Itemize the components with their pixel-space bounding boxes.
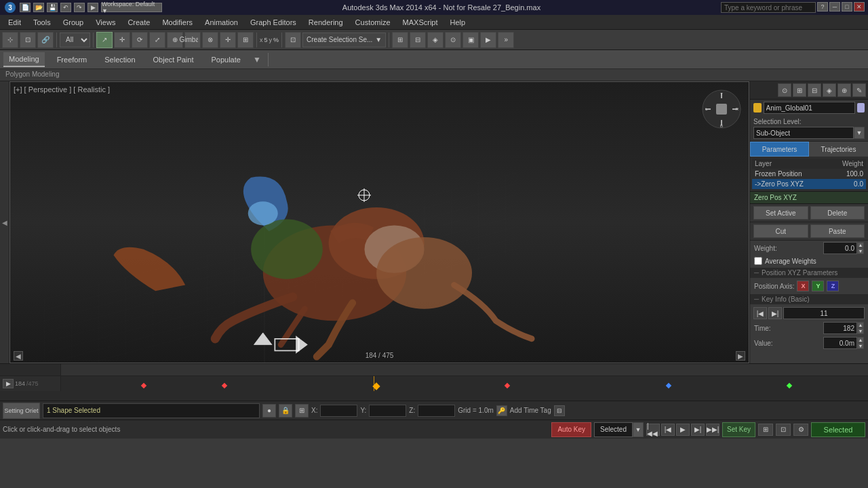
set-key-btn[interactable]: Set Key	[722, 422, 755, 437]
render-setup-btn[interactable]: ⊙	[445, 32, 461, 48]
keyframe-filter-btn[interactable]: ⊡	[776, 424, 791, 436]
frame-rate-btn[interactable]: ⊞	[758, 424, 773, 436]
z-input[interactable]	[418, 405, 455, 417]
move-btn[interactable]: ✛	[114, 32, 130, 48]
tab-parameters[interactable]: Parameters	[750, 142, 809, 157]
workspace-select[interactable]: Workspace: Default ▼	[101, 3, 162, 12]
left-panel-toggle[interactable]: ◀	[0, 81, 9, 363]
scroll-left[interactable]: ◀	[14, 351, 23, 361]
menu-modifiers[interactable]: Modifiers	[157, 17, 198, 28]
minimize-btn[interactable]: ─	[829, 2, 840, 12]
select-region-tool[interactable]: ⊡	[20, 32, 36, 48]
populate-dropdown[interactable]: ▼	[253, 55, 261, 64]
add-time-tag-btn[interactable]: Add Time Tag	[510, 407, 551, 414]
scale-btn[interactable]: ⤢	[149, 32, 165, 48]
snap-tool[interactable]: ✛	[220, 32, 236, 48]
filter-select[interactable]: All	[60, 33, 90, 47]
tab-populate[interactable]: Populate	[205, 53, 245, 66]
menu-help[interactable]: Help	[445, 17, 471, 28]
nav-gizmo[interactable]: T B L R	[701, 89, 742, 129]
selection-level-dropdown[interactable]: ▼	[854, 127, 865, 139]
lock-btn[interactable]: 🔒	[279, 404, 292, 418]
axis-x-btn[interactable]: X	[797, 281, 809, 291]
help-icon[interactable]: ?	[817, 2, 828, 12]
menu-views[interactable]: Views	[90, 17, 121, 28]
redo-btn[interactable]: ↷	[74, 3, 85, 12]
next-frame-btn[interactable]: ▶|	[691, 424, 705, 436]
search-input[interactable]	[721, 2, 816, 13]
undo-btn[interactable]: ↶	[60, 3, 71, 12]
ref-coord-btn[interactable]: Gimbal	[184, 32, 201, 48]
tab-modeling[interactable]: Modeling	[3, 52, 45, 67]
menu-rendering[interactable]: Rendering	[303, 17, 349, 28]
next-key-btn[interactable]: ▶|	[768, 307, 782, 319]
named-select[interactable]: ⊡	[285, 32, 301, 48]
go-end-btn[interactable]: ▶▶|	[706, 424, 719, 436]
menu-customize[interactable]: Customize	[350, 17, 396, 28]
menu-graph-editors[interactable]: Graph Editors	[245, 17, 302, 28]
pivot-btn[interactable]: ⊗	[202, 32, 218, 48]
panel-icon-6[interactable]: ✎	[852, 83, 866, 97]
tab-object-paint[interactable]: Object Paint	[148, 53, 199, 66]
fwd-btn[interactable]: ▶	[87, 3, 98, 12]
prev-key-btn[interactable]: |◀	[753, 307, 767, 319]
menu-animation[interactable]: Animation	[199, 17, 243, 28]
layer-row-1[interactable]: Frozen Position 100.0	[752, 169, 866, 179]
value-spinbox[interactable]: ▲ ▼	[823, 337, 864, 349]
selection-level-input[interactable]	[753, 127, 854, 139]
link-tool[interactable]: 🔗	[37, 32, 54, 48]
panel-icon-5[interactable]: ⊕	[837, 83, 851, 97]
panel-icon-1[interactable]: ⊙	[778, 83, 791, 97]
new-btn[interactable]: 📄	[20, 3, 31, 12]
rotate-btn[interactable]: ⟳	[132, 32, 148, 48]
panel-icon-4[interactable]: ◈	[823, 83, 836, 97]
panel-icon-3[interactable]: ⊟	[808, 83, 821, 97]
tab-freeform[interactable]: Freeform	[52, 53, 93, 66]
time-config-btn[interactable]: ⚙	[793, 424, 808, 436]
axis-y-btn[interactable]: Y	[812, 281, 824, 291]
menu-group[interactable]: Group	[58, 17, 90, 28]
cut-btn[interactable]: Cut	[753, 224, 808, 238]
save-btn[interactable]: 💾	[47, 3, 58, 12]
grid-lock-icon[interactable]: 🔑	[496, 405, 507, 416]
menu-maxscript[interactable]: MAXScript	[397, 17, 443, 28]
snap-toggle[interactable]: ⊞	[237, 32, 254, 48]
viewport-toggle[interactable]: ⊟	[554, 405, 565, 416]
set-active-btn[interactable]: Set Active	[753, 206, 808, 220]
weight-down[interactable]: ▼	[857, 248, 864, 254]
menu-edit[interactable]: Edit	[3, 17, 26, 28]
delete-btn[interactable]: Delete	[810, 206, 865, 220]
open-btn[interactable]: 📂	[33, 3, 44, 12]
setting-orient-btn[interactable]: Setting Oriet	[3, 403, 40, 419]
material-btn[interactable]: ◈	[427, 32, 443, 48]
auto-key-btn[interactable]: Auto Key	[551, 422, 591, 437]
create-selection-set[interactable]: Create Selection Se... ▼	[302, 33, 386, 47]
menu-create[interactable]: Create	[122, 17, 155, 28]
render-btn[interactable]: ▶	[480, 32, 496, 48]
menu-tools[interactable]: Tools	[28, 17, 56, 28]
maximize-btn[interactable]: □	[842, 2, 852, 12]
select-btn[interactable]: ↗	[96, 32, 113, 48]
weight-spinbox[interactable]: ▲ ▼	[823, 242, 864, 254]
x-input[interactable]	[320, 405, 357, 417]
time-down[interactable]: ▼	[857, 328, 864, 334]
time-spinbox[interactable]: ▲ ▼	[823, 322, 864, 334]
panel-icon-2[interactable]: ⊞	[793, 83, 806, 97]
play-btn[interactable]: ▶	[676, 424, 690, 436]
layer-row-2[interactable]: ->Zero Pos XYZ 0.0	[752, 179, 866, 189]
prev-frame-btn[interactable]: |◀	[661, 424, 675, 436]
y-input[interactable]	[369, 405, 406, 417]
select-tool[interactable]: ⊹	[2, 32, 18, 48]
tab-trajectories[interactable]: Trajectories	[809, 142, 868, 157]
selected-dropdown-btn[interactable]: ▼	[633, 422, 644, 437]
value-up[interactable]: ▲	[857, 337, 864, 343]
avg-weights-checkbox[interactable]	[754, 257, 762, 265]
time-up[interactable]: ▲	[857, 322, 864, 328]
paste-btn[interactable]: Paste	[810, 224, 865, 238]
viewport[interactable]: [+] [ Perspective ] [ Realistic ]	[9, 81, 749, 363]
close-btn[interactable]: ✕	[854, 2, 865, 12]
go-start-btn[interactable]: |◀◀	[646, 424, 660, 436]
axis-z-btn[interactable]: Z	[827, 281, 839, 291]
layer-btn[interactable]: ⊞	[295, 404, 309, 418]
timeline-mini-btn[interactable]: ▶	[3, 379, 14, 388]
